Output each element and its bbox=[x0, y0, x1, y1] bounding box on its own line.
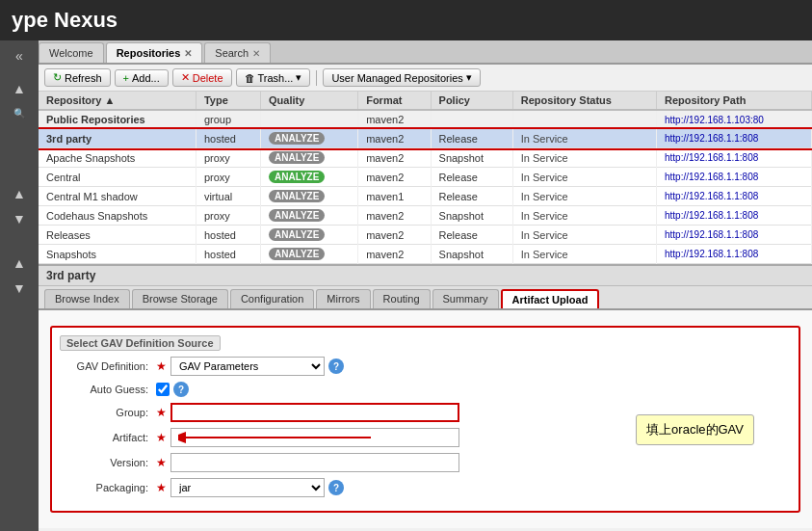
gav-help-icon[interactable]: ? bbox=[328, 358, 344, 374]
col-path[interactable]: Repository Path bbox=[657, 92, 812, 110]
col-quality[interactable]: Quality bbox=[261, 92, 358, 110]
repo-format: maven1 bbox=[358, 187, 431, 206]
sidebar-down-btn[interactable]: ▼ bbox=[9, 207, 30, 230]
repository-table-container: Repository ▲ Type Quality Format Policy … bbox=[39, 92, 812, 264]
analyze-button[interactable]: ANALYZE bbox=[269, 151, 325, 164]
col-type[interactable]: Type bbox=[196, 92, 260, 110]
col-status[interactable]: Repository Status bbox=[512, 92, 656, 110]
repo-status: In Service bbox=[512, 168, 656, 187]
add-button[interactable]: + Add... bbox=[115, 69, 169, 87]
packaging-row: Packaging: ★ jar war ear pom ? bbox=[60, 478, 791, 497]
repo-type: virtual bbox=[196, 187, 260, 206]
tab-routing[interactable]: Routing bbox=[373, 289, 431, 308]
col-format[interactable]: Format bbox=[358, 92, 431, 110]
tab-repositories-close[interactable]: ✕ bbox=[184, 48, 192, 59]
required-star: ★ bbox=[156, 481, 167, 494]
user-managed-button[interactable]: User Managed Repositories ▾ bbox=[323, 68, 480, 87]
analyze-button[interactable]: ANALYZE bbox=[269, 132, 325, 145]
sidebar-up3-btn[interactable]: ▲ bbox=[9, 252, 30, 275]
analyze-button[interactable]: ANALYZE bbox=[269, 190, 325, 202]
delete-icon: ✕ bbox=[181, 71, 190, 84]
repo-policy: Release bbox=[431, 168, 512, 187]
group-input[interactable] bbox=[170, 403, 459, 422]
refresh-button[interactable]: ↻ Refresh bbox=[44, 68, 111, 87]
table-row[interactable]: Central proxy ANALYZE maven2 Release In … bbox=[39, 168, 812, 187]
repo-status: In Service bbox=[512, 129, 656, 148]
artifact-input[interactable] bbox=[170, 428, 459, 447]
separator bbox=[316, 70, 317, 86]
repo-format: maven2 bbox=[358, 148, 431, 168]
artifact-label: Artifact: bbox=[60, 432, 156, 443]
inner-tab-bar: Browse Index Browse Storage Configuratio… bbox=[39, 286, 812, 310]
tab-search-close[interactable]: ✕ bbox=[252, 48, 260, 59]
gav-definition-wrapper: ★ GAV Parameters POM File ? bbox=[156, 357, 791, 376]
repo-policy: Snapshot bbox=[431, 148, 512, 168]
repo-format: maven2 bbox=[358, 226, 431, 245]
packaging-help-icon[interactable]: ? bbox=[328, 480, 344, 495]
table-row[interactable]: Public Repositories group maven2 http://… bbox=[39, 110, 812, 129]
tab-artifact-upload[interactable]: Artifact Upload bbox=[501, 289, 600, 308]
gav-definition-row: GAV Definition: ★ GAV Parameters POM Fil… bbox=[60, 357, 791, 376]
tab-configuration[interactable]: Configuration bbox=[230, 289, 314, 308]
repo-policy: Snapshot bbox=[431, 206, 512, 226]
tab-search-label: Search bbox=[215, 47, 249, 59]
form-section-title: Select GAV Definition Source bbox=[60, 335, 221, 351]
delete-button[interactable]: ✕ Delete bbox=[172, 68, 232, 87]
table-row[interactable]: Apache Snapshots proxy ANALYZE maven2 Sn… bbox=[39, 148, 812, 168]
auto-guess-label: Auto Guess: bbox=[60, 384, 156, 395]
auto-guess-checkbox[interactable] bbox=[156, 383, 170, 396]
tab-welcome[interactable]: Welcome bbox=[39, 42, 104, 63]
repo-policy: Release bbox=[431, 187, 512, 206]
title-bar: ype Nexus bbox=[0, 0, 812, 40]
table-row[interactable]: Central M1 shadow virtual ANALYZE maven1… bbox=[39, 187, 812, 206]
repository-table: Repository ▲ Type Quality Format Policy … bbox=[39, 92, 812, 264]
analyze-button[interactable]: ANALYZE bbox=[269, 248, 325, 260]
repo-type: hosted bbox=[196, 129, 260, 148]
repo-status: In Service bbox=[512, 206, 656, 226]
tab-repositories[interactable]: Repositories ✕ bbox=[106, 42, 203, 63]
repo-type: proxy bbox=[196, 168, 260, 187]
tab-summary[interactable]: Summary bbox=[432, 289, 499, 308]
version-row: Version: ★ bbox=[60, 453, 791, 472]
sidebar-down2-btn[interactable]: ▼ bbox=[9, 277, 30, 300]
repo-name: Releases bbox=[39, 226, 196, 245]
analyze-button[interactable]: ANALYZE bbox=[269, 228, 325, 241]
table-row[interactable]: 3rd party hosted ANALYZE maven2 Release … bbox=[39, 129, 812, 148]
repo-path: http://192.168.1.1:808 bbox=[657, 148, 812, 168]
auto-guess-help-icon[interactable]: ? bbox=[173, 382, 189, 397]
repo-name: Central bbox=[39, 168, 196, 187]
tab-welcome-label: Welcome bbox=[49, 47, 93, 59]
tab-browse-storage[interactable]: Browse Storage bbox=[132, 289, 228, 308]
repo-type: hosted bbox=[196, 245, 260, 264]
table-row[interactable]: Snapshots hosted ANALYZE maven2 Snapshot… bbox=[39, 245, 812, 264]
repo-policy: Release bbox=[431, 226, 512, 245]
col-policy[interactable]: Policy bbox=[431, 92, 512, 110]
table-row[interactable]: Releases hosted ANALYZE maven2 Release I… bbox=[39, 226, 812, 245]
repo-name: Codehaus Snapshots bbox=[39, 206, 196, 226]
repo-path: http://192.168.1.1:808 bbox=[657, 226, 812, 245]
repo-path: http://192.168.1.1:808 bbox=[657, 168, 812, 187]
tab-repositories-label: Repositories bbox=[117, 47, 181, 59]
tab-mirrors[interactable]: Mirrors bbox=[316, 289, 370, 308]
repo-status: In Service bbox=[512, 148, 656, 168]
col-repository[interactable]: Repository ▲ bbox=[39, 92, 196, 110]
refresh-icon: ↻ bbox=[53, 71, 62, 84]
top-tab-bar: Welcome Repositories ✕ Search ✕ bbox=[39, 40, 812, 65]
sidebar-collapse-btn[interactable]: « bbox=[12, 44, 27, 67]
repo-format: maven2 bbox=[358, 245, 431, 264]
table-row[interactable]: Codehaus Snapshots proxy ANALYZE maven2 … bbox=[39, 206, 812, 226]
repo-type: hosted bbox=[196, 226, 260, 245]
gav-definition-select[interactable]: GAV Parameters POM File bbox=[170, 357, 325, 376]
version-input[interactable] bbox=[170, 453, 459, 472]
sidebar: « ▲ 🔍 ▲ ▼ ▲ ▼ bbox=[0, 40, 39, 531]
tab-search[interactable]: Search ✕ bbox=[204, 42, 271, 63]
sidebar-up2-btn[interactable]: ▲ bbox=[9, 182, 30, 205]
trash-button[interactable]: 🗑 Trash... ▾ bbox=[236, 68, 311, 87]
group-path: http://192.168.1.103:80 bbox=[657, 110, 812, 129]
tab-browse-index[interactable]: Browse Index bbox=[44, 289, 130, 308]
analyze-button[interactable]: ANALYZE bbox=[269, 209, 325, 222]
packaging-select[interactable]: jar war ear pom bbox=[170, 478, 325, 497]
analyze-button[interactable]: ANALYZE bbox=[269, 171, 325, 183]
sidebar-up-btn[interactable]: ▲ bbox=[9, 77, 30, 100]
required-star: ★ bbox=[156, 431, 167, 444]
